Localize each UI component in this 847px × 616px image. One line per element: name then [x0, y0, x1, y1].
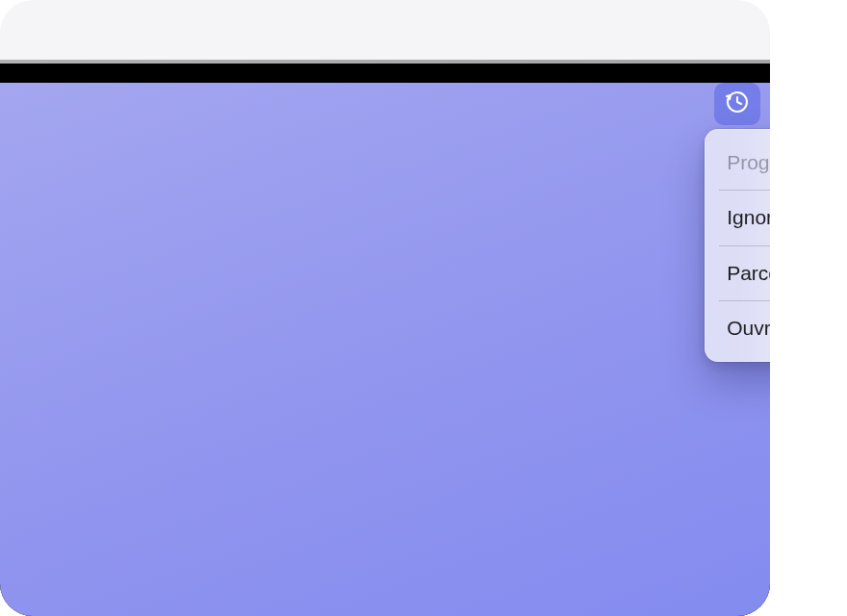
- menu-separator: [719, 190, 770, 191]
- laptop-bezel: Mer. 29 nov. 09:00 Progression : 7,4 % –…: [0, 64, 770, 616]
- backup-progress-status: Progression : 7,4 % – 3,65 Go copiés: [706, 138, 770, 188]
- open-tm-settings-item[interactable]: Ouvrir les réglages Time Machine…: [706, 303, 770, 353]
- time-machine-dropdown: Progression : 7,4 % – 3,65 Go copiés Ign…: [705, 129, 770, 362]
- menu-bar: Mer. 29 nov. 09:00: [0, 83, 770, 125]
- screen: Mer. 29 nov. 09:00 Progression : 7,4 % –…: [0, 83, 770, 616]
- menu-separator: [719, 300, 770, 301]
- browse-backups-item[interactable]: Parcourir les sauvegardes Time Machine: [706, 248, 770, 298]
- laptop-frame: Mer. 29 nov. 09:00 Progression : 7,4 % –…: [0, 60, 770, 616]
- menu-separator: [719, 245, 770, 246]
- time-machine-menu-extra[interactable]: [714, 83, 760, 125]
- time-machine-icon: [724, 89, 751, 119]
- skip-backup-item[interactable]: Ignorer cette sauvegarde: [706, 192, 770, 243]
- screenshot-card: Mer. 29 nov. 09:00 Progression : 7,4 % –…: [0, 0, 770, 616]
